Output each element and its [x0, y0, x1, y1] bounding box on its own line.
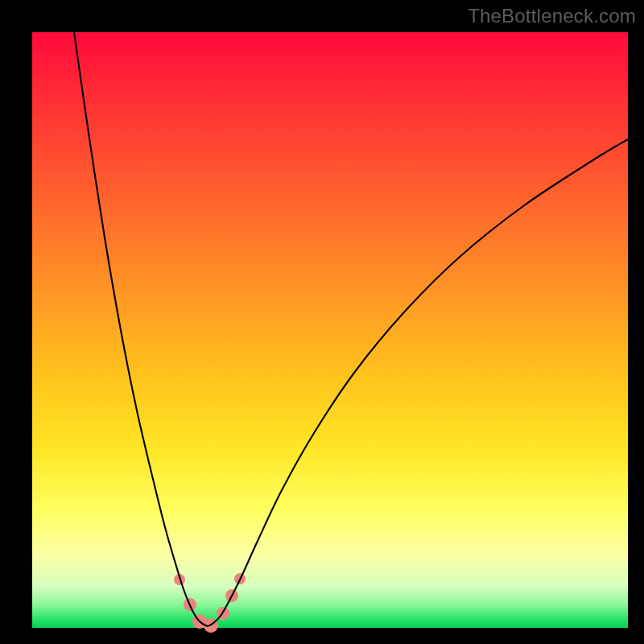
chart-frame: TheBottleneck.com [0, 0, 644, 644]
curve-right [208, 139, 628, 626]
watermark-text: TheBottleneck.com [468, 5, 636, 27]
curve-left [74, 32, 208, 626]
plot-area [32, 32, 628, 628]
chart-svg [32, 32, 628, 628]
marker-group [174, 573, 246, 633]
